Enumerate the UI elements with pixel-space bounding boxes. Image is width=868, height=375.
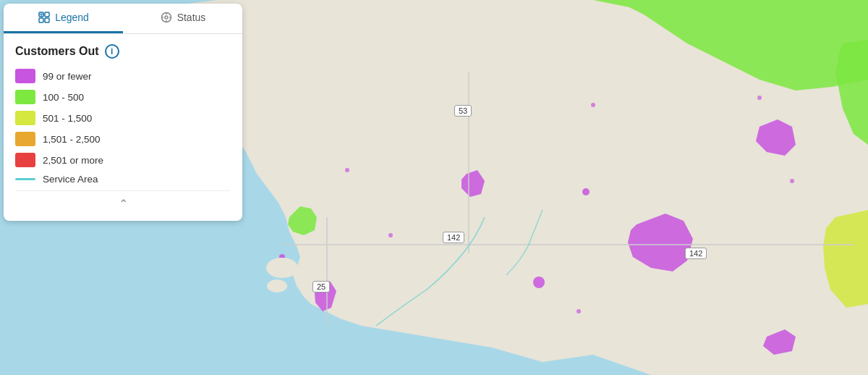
svg-point-20 <box>576 309 581 313</box>
swatch-purple <box>15 69 35 83</box>
svg-rect-29 <box>45 12 49 17</box>
svg-point-17 <box>757 96 762 100</box>
legend-label-yellow: 501 - 1,500 <box>43 113 92 124</box>
legend-label-green: 100 - 500 <box>43 92 84 103</box>
svg-point-19 <box>388 233 393 237</box>
status-tab-icon <box>160 11 173 24</box>
legend-tab-icon <box>38 11 51 24</box>
svg-point-18 <box>790 179 794 183</box>
legend-item-red: 2,501 or more <box>15 153 231 167</box>
svg-point-11 <box>582 188 590 195</box>
svg-rect-31 <box>45 18 49 22</box>
svg-point-15 <box>345 168 349 172</box>
legend-items: 99 or fewer 100 - 500 501 - 1,500 1,501 … <box>15 69 231 185</box>
tab-legend-label: Legend <box>55 12 89 23</box>
legend-label-purple: 99 or fewer <box>43 71 92 82</box>
svg-point-24 <box>266 258 298 278</box>
legend-label-red: 2,501 or more <box>43 155 103 166</box>
legend-item-green: 100 - 500 <box>15 90 231 104</box>
collapse-button[interactable]: ⌃ <box>119 197 128 211</box>
legend-content: Customers Out i 99 or fewer 100 - 500 50… <box>4 34 242 221</box>
legend-item-yellow: 501 - 1,500 <box>15 111 231 125</box>
panel-tabs: Legend Status <box>4 4 242 34</box>
road-label-53: 53 <box>454 105 472 117</box>
swatch-service-line <box>15 178 35 180</box>
road-label-142b: 142 <box>685 248 707 259</box>
legend-panel: Legend Status Customers Out i <box>4 4 242 221</box>
legend-title-row: Customers Out i <box>15 44 231 59</box>
info-icon[interactable]: i <box>105 44 119 59</box>
legend-title: Customers Out <box>15 45 99 58</box>
road-label-142a: 142 <box>443 232 464 243</box>
svg-point-25 <box>267 279 287 292</box>
svg-point-16 <box>591 103 595 107</box>
svg-rect-30 <box>39 18 43 22</box>
svg-point-10 <box>533 277 545 288</box>
legend-chevron-row: ⌃ <box>15 190 231 214</box>
svg-point-5 <box>287 33 313 51</box>
swatch-yellow <box>15 111 35 125</box>
road-label-25: 25 <box>312 281 330 292</box>
legend-item-orange: 1,501 - 2,500 <box>15 132 231 146</box>
tab-status-label: Status <box>177 12 206 23</box>
legend-item-purple: 99 or fewer <box>15 69 231 83</box>
legend-label-service: Service Area <box>43 174 98 185</box>
tab-status[interactable]: Status <box>123 4 242 33</box>
legend-label-orange: 1,501 - 2,500 <box>43 134 101 145</box>
swatch-green <box>15 90 35 104</box>
tab-legend[interactable]: Legend <box>4 4 123 33</box>
swatch-red <box>15 153 35 167</box>
legend-item-service: Service Area <box>15 174 231 185</box>
svg-point-33 <box>165 16 168 19</box>
swatch-orange <box>15 132 35 146</box>
